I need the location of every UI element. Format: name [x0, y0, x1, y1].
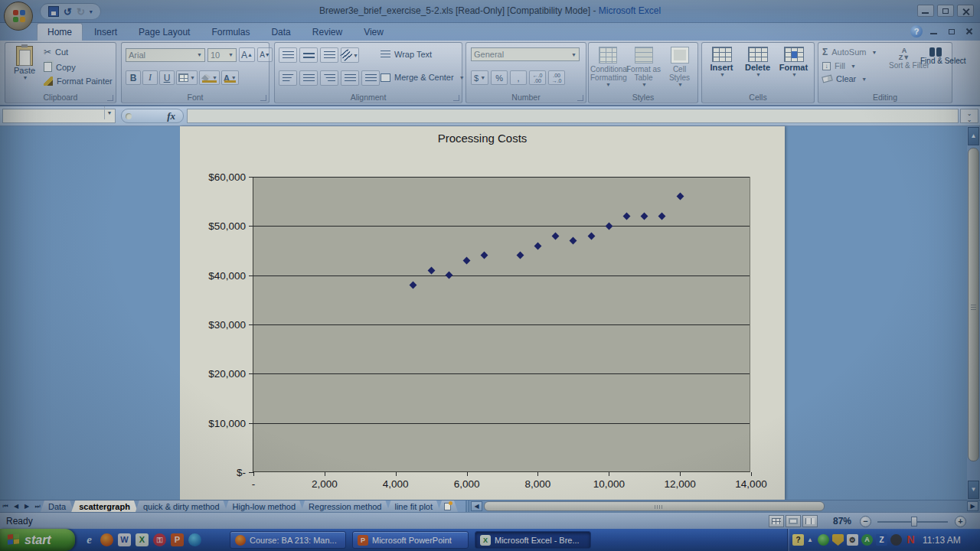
wrap-text-button[interactable]: Wrap Text — [381, 50, 432, 59]
excel-icon[interactable]: X — [136, 533, 149, 546]
office-button[interactable] — [4, 2, 33, 31]
sheet-tab-regression[interactable]: Regression method — [301, 500, 389, 512]
data-point[interactable] — [481, 252, 488, 259]
font-size-combo[interactable]: 10▼ — [207, 48, 237, 62]
data-point[interactable] — [427, 266, 435, 274]
x-axis-label[interactable]: 6,000 — [454, 478, 480, 490]
scroll-left-icon[interactable]: ◀ — [471, 501, 482, 511]
chart-sheet[interactable]: Processing Costs $-$10,000$20,000$30,000… — [180, 126, 785, 500]
align-bottom-button[interactable] — [320, 47, 338, 63]
y-axis-label[interactable]: $20,000 — [208, 368, 246, 380]
y-axis-label[interactable]: $50,000 — [208, 220, 246, 232]
data-point[interactable] — [676, 193, 684, 201]
zoom-slider-thumb[interactable] — [911, 517, 917, 527]
tab-review[interactable]: Review — [302, 24, 352, 41]
task-button-browser[interactable]: Course: BA 213: Man... — [230, 531, 346, 549]
workbook-close-button[interactable] — [962, 26, 975, 37]
prev-sheet-icon[interactable]: ◀ — [11, 500, 21, 512]
start-button[interactable]: start — [0, 529, 75, 551]
font-color-button[interactable]: A▼ — [221, 70, 239, 85]
number-format-combo[interactable]: General▼ — [471, 47, 580, 61]
clipboard-dialog-launcher-icon[interactable] — [107, 95, 113, 101]
sort-filter-button[interactable]: AZ▼ Sort & Filter — [889, 47, 920, 70]
align-left-button[interactable] — [279, 70, 297, 86]
ie-icon[interactable]: e — [83, 533, 96, 546]
x-axis-label[interactable]: 4,000 — [383, 478, 409, 490]
decrease-indent-button[interactable] — [341, 70, 359, 86]
data-point[interactable] — [445, 272, 452, 279]
zoom-level[interactable]: 87% — [833, 516, 851, 527]
z-app-icon[interactable]: Z — [876, 534, 887, 546]
access-icon[interactable]: ⚿ — [153, 533, 166, 546]
data-point[interactable] — [410, 282, 417, 289]
borders-button[interactable]: ▼ — [176, 70, 198, 85]
cell-styles-button[interactable]: Cell Styles▼ — [662, 47, 697, 87]
horizontal-scrollbar[interactable]: ◀ ▶ — [469, 500, 980, 512]
word-icon[interactable]: W — [118, 533, 131, 546]
fill-color-button[interactable]: ▼ — [199, 70, 220, 85]
font-name-combo[interactable]: Arial▼ — [126, 48, 205, 62]
tab-data[interactable]: Data — [261, 24, 300, 41]
task-button-powerpoint[interactable]: P Microsoft PowerPoint — [352, 531, 469, 549]
tab-home[interactable]: Home — [37, 23, 83, 41]
tab-page-layout[interactable]: Page Layout — [129, 24, 200, 41]
align-right-button[interactable] — [320, 70, 338, 86]
x-axis-label[interactable]: 8,000 — [525, 478, 551, 490]
y-axis-label[interactable]: $30,000 — [208, 319, 246, 331]
plot-area[interactable]: $-$10,000$20,000$30,000$40,000$50,000$60… — [253, 177, 750, 472]
italic-button[interactable]: I — [142, 70, 158, 85]
scroll-down-icon[interactable]: ▼ — [968, 481, 979, 499]
help-icon[interactable]: ? — [792, 534, 804, 546]
align-top-button[interactable] — [279, 47, 297, 63]
paste-dropdown-arrow[interactable]: ▼ — [10, 75, 41, 80]
paste-button[interactable]: Paste ▼ — [8, 46, 41, 93]
comma-format-button[interactable]: , — [510, 70, 527, 85]
next-sheet-icon[interactable]: ▶ — [21, 500, 32, 512]
currency-format-button[interactable]: $▼ — [471, 70, 488, 85]
format-painter-button[interactable]: Format Painter — [44, 77, 113, 86]
x-axis-label[interactable]: - — [252, 478, 256, 490]
hide-chevron-icon[interactable]: ▲ — [807, 536, 815, 543]
firefox-icon[interactable] — [100, 533, 113, 546]
zoom-in-icon[interactable]: + — [955, 516, 966, 527]
delete-cells-button[interactable]: Delete▼ — [740, 47, 775, 77]
minimize-button[interactable] — [917, 5, 934, 17]
decrease-decimal-button[interactable]: .00→.0 — [548, 70, 565, 85]
vertical-scrollbar-thumb[interactable] — [968, 148, 979, 461]
sheet-tab-scattergraph[interactable]: scattergraph — [71, 500, 138, 512]
close-button[interactable] — [957, 5, 974, 17]
shield-icon[interactable] — [832, 534, 844, 546]
workbook-restore-button[interactable] — [944, 26, 958, 37]
find-select-button[interactable]: Find & Select — [920, 47, 951, 65]
tab-insert[interactable]: Insert — [84, 24, 127, 41]
increase-indent-button[interactable] — [361, 70, 380, 86]
tab-splitter-handle[interactable] — [464, 500, 469, 512]
tab-view[interactable]: View — [354, 24, 394, 41]
scroll-up-icon[interactable]: ▲ — [968, 127, 979, 145]
insert-cells-button[interactable]: Insert▼ — [704, 47, 739, 77]
autosum-button[interactable]: ΣAutoSum▼ — [822, 47, 877, 57]
data-point[interactable] — [570, 237, 577, 245]
task-button-excel[interactable]: X Microsoft Excel - Bre... — [475, 531, 591, 549]
orientation-button[interactable]: ▼ — [341, 47, 359, 63]
data-point[interactable] — [463, 256, 471, 264]
shrink-font-button[interactable]: A▼ — [257, 47, 273, 62]
restore-button[interactable] — [937, 5, 954, 17]
formula-bar-expand-icon[interactable]: ⌄⌄ — [960, 109, 978, 123]
fill-button[interactable]: ↓Fill▼ — [822, 61, 877, 70]
sheet-tab-data[interactable]: Data — [41, 500, 74, 512]
page-layout-view-icon[interactable] — [786, 515, 801, 527]
data-point[interactable] — [658, 213, 666, 220]
format-cells-button[interactable]: Format▼ — [776, 47, 811, 77]
merge-center-button[interactable]: Merge & Center▼ — [381, 73, 465, 82]
y-axis-label[interactable]: $10,000 — [208, 417, 246, 429]
antivirus-icon[interactable]: A — [861, 534, 873, 546]
clear-button[interactable]: Clear▼ — [822, 74, 877, 83]
font-dialog-launcher-icon[interactable] — [260, 95, 266, 101]
y-axis-label[interactable]: $60,000 — [208, 171, 246, 183]
tab-formulas[interactable]: Formulas — [201, 24, 260, 41]
first-sheet-icon[interactable]: ⏮ — [0, 500, 11, 512]
data-point[interactable] — [623, 213, 631, 220]
cut-button[interactable]: ✂Cut — [44, 47, 113, 57]
conditional-formatting-button[interactable]: Conditional Formatting▼ — [590, 47, 625, 87]
